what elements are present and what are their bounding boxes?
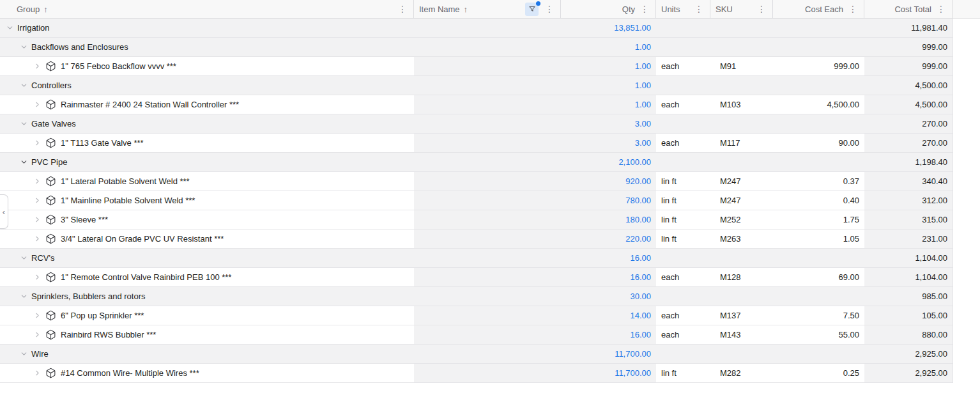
column-menu-icon[interactable]: ⋮ bbox=[640, 4, 649, 13]
column-header-group[interactable]: Group ↑ ⋮ bbox=[0, 0, 414, 18]
table-row[interactable]: 6" Pop up Sprinkler *** 14.00 each M137 … bbox=[0, 306, 953, 325]
sku-cell: M103 bbox=[710, 95, 773, 114]
qty-cell[interactable]: 1.00 bbox=[561, 38, 656, 56]
qty-cell[interactable]: 11,700.00 bbox=[561, 364, 656, 382]
chevron-right-icon[interactable] bbox=[33, 311, 42, 320]
qty-cell[interactable]: 16.00 bbox=[561, 268, 656, 286]
table-row[interactable]: Wire 11,700.00 2,925.00 bbox=[0, 345, 953, 364]
table-row[interactable]: 1" Remote Control Valve Rainbird PEB 100… bbox=[0, 268, 953, 287]
qty-cell[interactable]: 920.00 bbox=[561, 172, 656, 191]
column-menu-icon[interactable]: ⋮ bbox=[848, 4, 857, 13]
table-row[interactable]: Backflows and Enclosures 1.00 999.00 bbox=[0, 38, 953, 57]
side-panel-collapse-tab[interactable]: ‹ bbox=[0, 194, 8, 229]
table-row[interactable]: 1" T113 Gate Valve *** 3.00 each M117 90… bbox=[0, 134, 953, 153]
table-row[interactable]: 1" 765 Febco Backflow vvvv *** 1.00 each… bbox=[0, 57, 953, 76]
cost-total-cell: 999.00 bbox=[864, 57, 953, 75]
units-value: each bbox=[661, 330, 679, 339]
qty-cell[interactable]: 3.00 bbox=[561, 134, 656, 152]
chevron-down-icon[interactable] bbox=[20, 350, 28, 358]
table-row[interactable]: PVC Pipe 2,100.00 1,198.40 bbox=[0, 153, 953, 172]
item-label: 1" Lateral Potable Solvent Weld *** bbox=[61, 176, 190, 186]
chevron-right-icon[interactable] bbox=[33, 331, 42, 339]
column-menu-icon[interactable]: ⋮ bbox=[937, 4, 946, 13]
column-header-qty[interactable]: Qty ⋮ bbox=[561, 0, 656, 18]
table-row[interactable]: Rainbird RWS Bubbler *** 16.00 each M143… bbox=[0, 325, 953, 345]
column-header-units[interactable]: Units ⋮ bbox=[656, 0, 710, 18]
qty-cell[interactable]: 30.00 bbox=[561, 287, 656, 306]
qty-cell[interactable]: 16.00 bbox=[561, 325, 656, 344]
chevron-right-icon[interactable] bbox=[33, 100, 42, 109]
table-row[interactable]: 3" Sleeve *** 180.00 lin ft M252 1.75 31… bbox=[0, 210, 953, 230]
qty-cell[interactable]: 180.00 bbox=[561, 210, 656, 229]
column-menu-icon[interactable]: ⋮ bbox=[545, 4, 554, 13]
column-menu-icon[interactable]: ⋮ bbox=[398, 4, 407, 13]
units-cell: each bbox=[656, 134, 710, 152]
chevron-right-icon[interactable] bbox=[33, 177, 42, 185]
chevron-down-icon[interactable] bbox=[20, 254, 28, 262]
table-row[interactable]: #14 Common Wire- Multiple Wires *** 11,7… bbox=[0, 364, 953, 383]
column-menu-icon[interactable]: ⋮ bbox=[694, 4, 703, 13]
table-row[interactable]: Gate Valves 3.00 270.00 bbox=[0, 114, 953, 134]
table-row[interactable]: Rainmaster # 2400 24 Station Wall Contro… bbox=[0, 95, 953, 114]
units-cell bbox=[656, 114, 710, 133]
qty-cell[interactable]: 11,700.00 bbox=[561, 345, 656, 363]
filter-icon[interactable] bbox=[525, 3, 539, 16]
chevron-right-icon[interactable] bbox=[33, 235, 42, 243]
chevron-down-icon[interactable] bbox=[6, 24, 14, 32]
chevron-right-icon[interactable] bbox=[33, 62, 42, 70]
qty-cell[interactable]: 1.00 bbox=[561, 95, 656, 114]
cost-each-value: 0.40 bbox=[843, 196, 859, 205]
table-row[interactable]: Sprinklers, Bubblers and rotors 30.00 98… bbox=[0, 287, 953, 306]
chevron-right-icon[interactable] bbox=[33, 196, 42, 205]
table-row[interactable]: 1" Mainline Potable Solvent Weld *** 780… bbox=[0, 191, 953, 210]
table-row[interactable]: RCV's 16.00 1,104.00 bbox=[0, 249, 953, 268]
column-menu-icon[interactable]: ⋮ bbox=[757, 4, 766, 13]
table-row[interactable]: Controllers 1.00 4,500.00 bbox=[0, 76, 953, 95]
qty-value: 30.00 bbox=[630, 292, 651, 301]
chevron-down-icon[interactable] bbox=[20, 81, 28, 90]
item-name-cell bbox=[414, 19, 561, 37]
cost-total-value: 315.00 bbox=[922, 215, 947, 224]
chevron-right-icon[interactable] bbox=[33, 215, 42, 224]
qty-cell[interactable]: 220.00 bbox=[561, 230, 656, 248]
sku-cell: M143 bbox=[710, 325, 773, 344]
group-label: PVC Pipe bbox=[31, 157, 67, 167]
chevron-down-icon[interactable] bbox=[20, 43, 28, 51]
table-row[interactable]: 3/4" Lateral On Grade PVC UV Resistant *… bbox=[0, 230, 953, 249]
column-header-cost-each[interactable]: Cost Each ⋮ bbox=[773, 0, 864, 18]
qty-value: 14.00 bbox=[630, 311, 651, 320]
column-header-cost-total[interactable]: Cost Total ⋮ bbox=[864, 0, 953, 18]
chevron-right-icon[interactable] bbox=[33, 273, 42, 281]
chevron-down-icon[interactable] bbox=[20, 158, 28, 166]
cost-total-value: 270.00 bbox=[922, 119, 947, 128]
column-label: Item Name bbox=[419, 4, 460, 14]
qty-cell[interactable]: 780.00 bbox=[561, 191, 656, 210]
package-icon bbox=[45, 233, 56, 244]
column-header-item-name[interactable]: Item Name ↑ ⋮ bbox=[414, 0, 561, 18]
item-cell: 1" Mainline Potable Solvent Weld *** bbox=[0, 191, 414, 210]
cost-total-cell: 985.00 bbox=[864, 287, 953, 306]
units-value: lin ft bbox=[661, 215, 677, 224]
qty-cell[interactable]: 14.00 bbox=[561, 306, 656, 325]
cost-total-cell: 2,925.00 bbox=[864, 364, 953, 382]
chevron-right-icon[interactable] bbox=[33, 369, 42, 377]
group-label: Wire bbox=[31, 349, 49, 359]
table-row[interactable]: 1" Lateral Potable Solvent Weld *** 920.… bbox=[0, 172, 953, 191]
table-row[interactable]: Irrigation 13,851.00 11,981.40 bbox=[0, 19, 953, 38]
qty-cell[interactable]: 1.00 bbox=[561, 76, 656, 95]
item-cell: 1" 765 Febco Backflow vvvv *** bbox=[0, 57, 414, 75]
qty-cell[interactable]: 1.00 bbox=[561, 57, 656, 75]
chevron-down-icon[interactable] bbox=[20, 120, 28, 128]
chevron-right-icon[interactable] bbox=[33, 139, 42, 147]
item-name-cell bbox=[414, 153, 561, 171]
item-name-cell bbox=[414, 210, 561, 229]
column-header-sku[interactable]: SKU ⋮ bbox=[710, 0, 773, 18]
qty-cell[interactable]: 16.00 bbox=[561, 249, 656, 267]
units-cell: lin ft bbox=[656, 210, 710, 229]
qty-cell[interactable]: 3.00 bbox=[561, 114, 656, 133]
chevron-down-icon[interactable] bbox=[20, 292, 28, 300]
qty-cell[interactable]: 13,851.00 bbox=[561, 19, 656, 37]
qty-cell[interactable]: 2,100.00 bbox=[561, 153, 656, 171]
sku-cell: M263 bbox=[710, 230, 773, 248]
cost-total-value: 4,500.00 bbox=[915, 81, 947, 90]
